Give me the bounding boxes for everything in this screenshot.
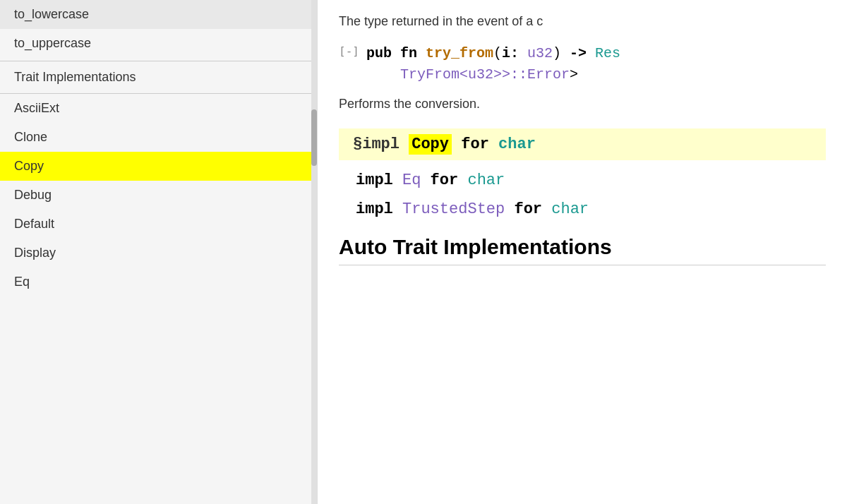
kw-impl-eq: impl — [356, 172, 402, 189]
fn-return-res: Res — [595, 45, 620, 61]
trait-implementations-header: Trait Implementations — [0, 61, 317, 94]
section-symbol: §impl — [353, 136, 409, 153]
copy-highlight[interactable]: Copy — [409, 134, 452, 155]
main-content: The type returned in the event of a c [-… — [318, 0, 847, 504]
type-char-eq: char — [467, 172, 505, 189]
conversion-text: Performs the conversion. — [339, 97, 826, 112]
sidebar-item-clone[interactable]: Clone — [0, 123, 317, 152]
fn-param-type: u32 — [527, 45, 553, 61]
kw-for-ts: for — [505, 200, 551, 218]
sidebar-item-to-lowercase[interactable]: to_lowercase — [0, 0, 317, 29]
fn-signature: pub fn try_from(i: u32) -> Res TryFrom<u… — [366, 43, 620, 85]
sidebar-item-asciiext[interactable]: AsciiExt — [0, 94, 317, 123]
sidebar-item-eq[interactable]: Eq — [0, 268, 317, 296]
sidebar: to_lowercase to_uppercase Trait Implemen… — [0, 0, 318, 504]
sidebar-item-to-uppercase[interactable]: to_uppercase — [0, 29, 317, 58]
fn-paren-open: ( — [493, 45, 502, 61]
type-char-copy: char — [498, 136, 536, 153]
fn-angle-close: > — [570, 66, 578, 83]
impl-trustedstep-row: impl TrustedStep for char — [339, 200, 826, 218]
sidebar-top-list: to_lowercase to_uppercase — [0, 0, 317, 58]
fn-arrow: -> — [570, 45, 595, 61]
sidebar-item-debug[interactable]: Debug — [0, 181, 317, 210]
content-description: The type returned in the event of a c — [339, 14, 826, 29]
kw-impl-ts: impl — [356, 200, 402, 218]
fn-paren-close: ) — [553, 45, 570, 61]
kw-for-copy: for — [452, 136, 498, 153]
scrollbar-thumb[interactable] — [311, 109, 317, 166]
section-divider — [339, 265, 826, 265]
kw-pub: pub fn — [366, 45, 426, 61]
trait-items-list: AsciiExt Clone Copy Debug Default Displa… — [0, 94, 317, 296]
impl-eq-row: impl Eq for char — [339, 172, 826, 189]
fn-signature-block: [-] pub fn try_from(i: u32) -> Res TryFr… — [339, 43, 826, 85]
impl-copy-row: §impl Copy for char — [350, 136, 536, 153]
fn-param-i: i: — [502, 45, 527, 61]
fn-return-type: TryFrom<u32>>::Error> — [366, 66, 578, 83]
kw-for-eq: for — [421, 172, 467, 189]
impl-copy-section: §impl Copy for char — [339, 128, 826, 160]
sidebar-item-display[interactable]: Display — [0, 239, 317, 268]
scrollbar-track — [311, 0, 317, 504]
sidebar-item-default[interactable]: Default — [0, 210, 317, 239]
auto-trait-heading: Auto Trait Implementations — [339, 235, 826, 259]
collapse-toggle[interactable]: [-] — [339, 44, 359, 58]
type-trustedstep: TrustedStep — [402, 200, 505, 218]
fn-tryfrom: TryFrom<u32>>::Error — [400, 66, 570, 83]
type-eq: Eq — [402, 172, 421, 189]
type-char-ts: char — [551, 200, 589, 218]
fn-name: try_from — [426, 45, 493, 61]
sidebar-item-copy[interactable]: Copy — [0, 152, 317, 181]
